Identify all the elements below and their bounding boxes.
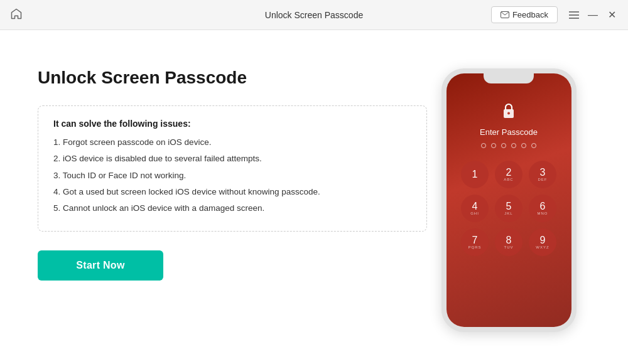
lock-icon xyxy=(502,102,516,122)
right-panel: Enter Passcode 12ABC3DEF4GHI5JKL6MNO7PQR… xyxy=(427,55,590,339)
minimize-button[interactable]: — xyxy=(587,9,599,21)
issues-box: It can solve the following issues: 1. Fo… xyxy=(38,105,427,232)
numpad-button[interactable]: 3DEF xyxy=(529,161,556,188)
passcode-dot xyxy=(491,143,496,148)
numpad-button[interactable]: 9WXYZ xyxy=(529,228,556,256)
issues-heading: It can solve the following issues: xyxy=(53,119,411,129)
page-title: Unlock Screen Passcode xyxy=(38,68,427,88)
start-now-button[interactable]: Start Now xyxy=(38,250,163,281)
phone-screen: Enter Passcode 12ABC3DEF4GHI5JKL6MNO7PQR… xyxy=(447,73,571,327)
passcode-dot xyxy=(501,143,506,148)
enter-passcode-text: Enter Passcode xyxy=(480,127,538,137)
feedback-button[interactable]: Feedback xyxy=(491,6,558,23)
passcode-dots xyxy=(481,143,536,148)
passcode-dot xyxy=(531,143,536,148)
app-title: Unlock Screen Passcode xyxy=(265,10,363,20)
passcode-dot xyxy=(511,143,516,148)
numpad-button[interactable]: 8TUV xyxy=(495,228,522,256)
list-item: 4. Got a used but screen locked iOS devi… xyxy=(53,186,411,198)
numpad-button[interactable]: 6MNO xyxy=(529,195,556,222)
issues-list: 1. Forgot screen passcode on iOS device.… xyxy=(53,136,411,215)
phone-mockup: Enter Passcode 12ABC3DEF4GHI5JKL6MNO7PQR… xyxy=(441,68,577,332)
titlebar: Unlock Screen Passcode Feedback — ✕ xyxy=(0,0,628,30)
home-icon[interactable] xyxy=(10,8,23,23)
list-item: 5. Cannot unlock an iOS device with a da… xyxy=(53,202,411,215)
close-button[interactable]: ✕ xyxy=(605,9,618,21)
numpad-button[interactable]: 4GHI xyxy=(461,195,489,222)
phone-notch xyxy=(484,73,534,83)
left-panel: Unlock Screen Passcode It can solve the … xyxy=(38,55,427,339)
main-content: Unlock Screen Passcode It can solve the … xyxy=(0,30,628,364)
numpad-button[interactable]: 5JKL xyxy=(495,195,522,222)
window-controls: — ✕ xyxy=(568,9,618,21)
passcode-dot xyxy=(481,143,486,148)
numpad-button[interactable]: 2ABC xyxy=(495,161,522,188)
svg-point-5 xyxy=(507,112,510,115)
numpad-button[interactable]: 1 xyxy=(461,161,489,188)
menu-button[interactable] xyxy=(568,9,580,21)
list-item: 2. iOS device is disabled due to several… xyxy=(53,153,411,165)
numpad: 12ABC3DEF4GHI5JKL6MNO7PQRS8TUV9WXYZ xyxy=(452,161,565,256)
numpad-button[interactable]: 7PQRS xyxy=(461,228,489,256)
mail-icon xyxy=(501,11,509,18)
list-item: 1. Forgot screen passcode on iOS device. xyxy=(53,136,411,149)
passcode-dot xyxy=(521,143,526,148)
hamburger-icon xyxy=(569,11,579,19)
list-item: 3. Touch ID or Face ID not working. xyxy=(53,169,411,182)
